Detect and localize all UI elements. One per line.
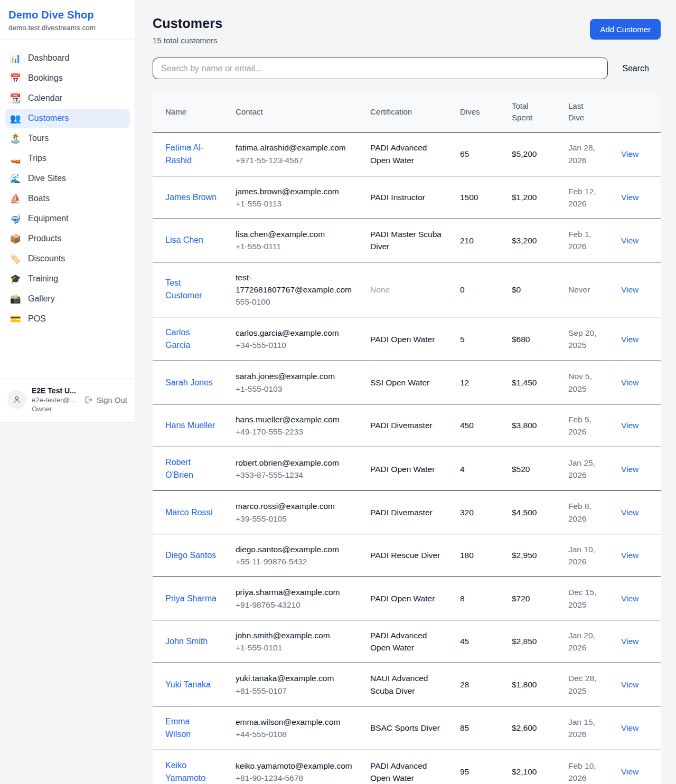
customer-total-spent: $520 — [505, 447, 562, 491]
customer-total-spent: $4,500 — [505, 491, 562, 534]
search-button[interactable]: Search — [608, 64, 661, 73]
view-link[interactable]: View — [621, 508, 639, 517]
customer-total-spent: $1,200 — [505, 176, 562, 219]
sidebar: Demo Dive Shop demo.test.divestreams.com… — [0, 0, 135, 423]
customer-name-link[interactable]: Test Customer — [165, 277, 217, 302]
package-icon: 📦 — [10, 234, 21, 243]
customer-last-dive: Jan 28, 2026 — [562, 132, 615, 176]
customer-certification: PADI Divemaster — [364, 404, 454, 447]
view-link[interactable]: View — [621, 594, 639, 603]
customer-last-dive: Feb 1, 2026 — [562, 219, 615, 262]
customer-email: diego.santos@example.com — [236, 543, 358, 555]
sidebar-item-tours[interactable]: 🏝️Tours — [5, 129, 130, 148]
view-link[interactable]: View — [621, 378, 639, 387]
sidebar-item-dashboard[interactable]: 📊Dashboard — [5, 49, 130, 68]
view-link[interactable]: View — [621, 193, 639, 202]
view-link[interactable]: View — [621, 551, 639, 560]
calendar-icon: 📅 — [10, 74, 21, 83]
customer-name-link[interactable]: Yuki Tanaka — [165, 678, 211, 691]
customer-name-link[interactable]: Marco Rossi — [165, 506, 212, 519]
view-link[interactable]: View — [621, 236, 639, 245]
sidebar-item-equipment[interactable]: 🤿Equipment — [5, 209, 130, 228]
customer-phone: +1-555-0103 — [236, 383, 358, 395]
customer-dives: 180 — [454, 534, 505, 577]
sidebar-item-gallery[interactable]: 📸Gallery — [5, 289, 130, 308]
sidebar-item-dive-sites[interactable]: 🌊Dive Sites — [5, 169, 130, 188]
customer-total-spent: $0 — [505, 262, 562, 317]
customer-dives: 8 — [454, 577, 505, 620]
view-link[interactable]: View — [621, 149, 639, 158]
search-input[interactable] — [153, 58, 608, 79]
customer-name-link[interactable]: Sarah Jones — [165, 376, 213, 389]
sidebar-item-label: Tours — [28, 134, 49, 143]
customer-phone: 555-0100 — [236, 296, 358, 308]
table-row: Test Customertest-1772681807767@example.… — [153, 262, 661, 317]
customer-phone: +34-555-0110 — [236, 339, 358, 351]
customer-certification: PADI Divemaster — [364, 491, 454, 534]
view-link[interactable]: View — [621, 723, 639, 732]
sidebar-item-bookings[interactable]: 📅Bookings — [5, 69, 130, 88]
customer-name-link[interactable]: Fatima Al-Rashid — [165, 141, 217, 167]
customer-last-dive: Feb 8, 2026 — [562, 491, 615, 534]
sidebar-item-customers[interactable]: 👥Customers — [5, 109, 130, 128]
customer-last-dive: Jan 10, 2026 — [562, 534, 615, 577]
view-link[interactable]: View — [621, 335, 639, 344]
customer-name-link[interactable]: Keiko Yamamoto — [165, 759, 217, 784]
tear-calendar-icon: 📆 — [10, 94, 21, 103]
table-row: Diego Santosdiego.santos@example.com+55-… — [153, 534, 661, 577]
customer-name-link[interactable]: Priya Sharma — [165, 592, 217, 605]
customer-dives: 45 — [454, 620, 505, 663]
sidebar-item-calendar[interactable]: 📆Calendar — [5, 89, 130, 108]
tag-icon: 🏷️ — [10, 254, 21, 263]
customer-name-link[interactable]: Carlos Garcia — [165, 326, 217, 352]
table-row: Priya Sharmapriya.sharma@example.com+91-… — [153, 577, 661, 620]
view-link[interactable]: View — [621, 637, 639, 646]
customer-dives: 4 — [454, 447, 505, 491]
view-link[interactable]: View — [621, 285, 639, 294]
customer-name-link[interactable]: Lisa Chen — [165, 234, 203, 247]
customers-table: Name Contact Certification Dives Total S… — [153, 92, 661, 784]
view-link[interactable]: View — [621, 465, 639, 474]
sidebar-item-label: Dashboard — [28, 53, 69, 63]
customer-name-link[interactable]: James Brown — [165, 191, 217, 204]
customer-dives: 65 — [454, 132, 505, 176]
customer-certification: PADI Open Water — [364, 317, 454, 361]
user-role: Owner — [32, 405, 79, 413]
customer-phone: +81-555-0107 — [236, 685, 358, 697]
customer-name-link[interactable]: Hans Mueller — [165, 419, 215, 432]
customer-phone: +353-87-555-1234 — [236, 469, 358, 481]
customer-dives: 28 — [454, 663, 505, 706]
sidebar-item-trips[interactable]: 🚤Trips — [5, 149, 130, 168]
sidebar-item-training[interactable]: 🎓Training — [5, 269, 130, 288]
customer-dives: 450 — [454, 404, 505, 447]
sign-out-button[interactable]: Sign Out — [84, 395, 127, 404]
sidebar-item-discounts[interactable]: 🏷️Discounts — [5, 249, 130, 268]
column-header-name: Name — [153, 92, 229, 132]
customer-total-spent: $5,200 — [505, 132, 562, 176]
graduation-cap-icon: 🎓 — [10, 275, 21, 284]
user-email: e2e-tester@... — [32, 396, 79, 404]
customer-name-link[interactable]: Emma Wilson — [165, 715, 217, 741]
sidebar-item-products[interactable]: 📦Products — [5, 229, 130, 248]
sidebar-item-pos[interactable]: 💳POS — [5, 309, 130, 328]
view-link[interactable]: View — [621, 421, 639, 430]
customer-name-link[interactable]: Robert O'Brien — [165, 456, 217, 481]
customer-name-link[interactable]: John Smith — [165, 635, 208, 648]
table-row: James Brownjames.brown@example.com+1-555… — [153, 176, 661, 219]
view-link[interactable]: View — [621, 767, 639, 776]
sidebar-item-boats[interactable]: ⛵Boats — [5, 189, 130, 208]
customer-last-dive: Feb 12, 2026 — [562, 176, 615, 219]
customer-total-spent: $680 — [505, 317, 562, 361]
customer-dives: 95 — [454, 750, 505, 784]
view-link[interactable]: View — [621, 680, 639, 689]
customer-last-dive: Sep 20, 2025 — [562, 317, 615, 361]
table-row: Robert O'Brienrobert.obrien@example.com+… — [153, 447, 661, 491]
customer-name-link[interactable]: Diego Santos — [165, 549, 216, 562]
sidebar-item-label: Bookings — [28, 73, 63, 83]
customer-certification: PADI Open Water — [364, 577, 454, 620]
customer-email: marco.rossi@example.com — [236, 500, 358, 512]
add-customer-button[interactable]: Add Customer — [590, 19, 661, 40]
sidebar-nav: 📊Dashboard📅Bookings📆Calendar👥Customers🏝️… — [0, 40, 135, 379]
table-row: Fatima Al-Rashidfatima.alrashid@example.… — [153, 132, 661, 176]
customer-last-dive: Feb 5, 2026 — [562, 404, 615, 447]
